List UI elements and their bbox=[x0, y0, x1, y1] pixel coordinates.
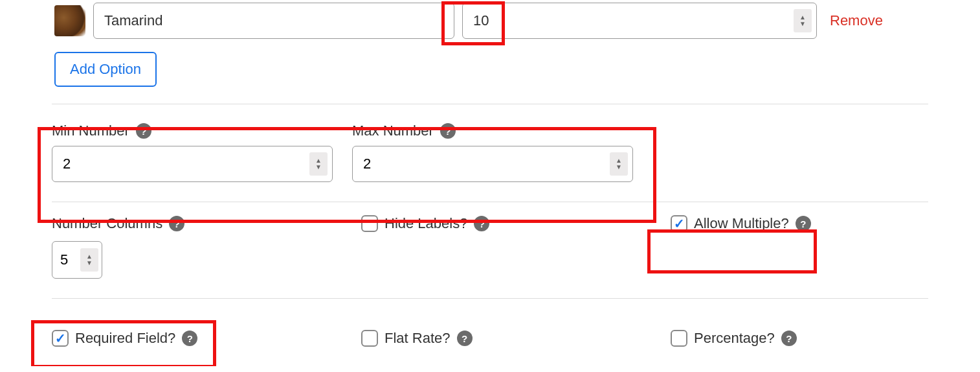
checkbox-icon bbox=[671, 330, 687, 347]
percentage-label: Percentage? bbox=[694, 330, 775, 347]
checkbox-icon bbox=[52, 330, 69, 347]
allow-multiple-label: Allow Multiple? bbox=[694, 215, 789, 232]
stepper-icon[interactable]: ▲▼ bbox=[309, 152, 328, 176]
checkbox-icon bbox=[671, 215, 687, 232]
help-icon[interactable]: ? bbox=[169, 216, 184, 231]
checkbox-icon bbox=[361, 330, 378, 347]
required-field-checkbox[interactable]: Required Field? ? bbox=[52, 330, 361, 347]
option-thumbnail[interactable] bbox=[54, 5, 85, 36]
flat-rate-label: Flat Rate? bbox=[384, 330, 451, 347]
min-number-label: Min Number bbox=[52, 122, 129, 139]
help-icon[interactable]: ? bbox=[781, 331, 797, 346]
max-number-label: Max Number bbox=[352, 122, 434, 139]
option-name-input[interactable] bbox=[93, 3, 454, 39]
stepper-icon[interactable]: ▲▼ bbox=[80, 248, 98, 272]
allow-multiple-checkbox[interactable]: Allow Multiple? ? bbox=[671, 215, 980, 232]
help-icon[interactable]: ? bbox=[182, 331, 197, 346]
required-field-label: Required Field? bbox=[75, 330, 175, 347]
flat-rate-checkbox[interactable]: Flat Rate? ? bbox=[361, 330, 671, 347]
help-icon[interactable]: ? bbox=[796, 216, 811, 231]
add-option-button[interactable]: Add Option bbox=[54, 52, 157, 87]
help-icon[interactable]: ? bbox=[457, 331, 473, 346]
remove-option-link[interactable]: Remove bbox=[830, 12, 883, 29]
checkbox-icon bbox=[361, 215, 378, 232]
hide-labels-checkbox[interactable]: Hide Labels? ? bbox=[361, 215, 671, 232]
stepper-icon[interactable]: ▲▼ bbox=[610, 152, 628, 176]
help-icon[interactable]: ? bbox=[136, 123, 151, 139]
hide-labels-label: Hide Labels? bbox=[384, 215, 467, 232]
max-number-input[interactable] bbox=[352, 146, 633, 182]
help-icon[interactable]: ? bbox=[474, 216, 489, 231]
percentage-checkbox[interactable]: Percentage? ? bbox=[671, 330, 980, 347]
help-icon[interactable]: ? bbox=[440, 123, 456, 139]
number-columns-label: Number Columns bbox=[52, 215, 162, 232]
min-number-input[interactable] bbox=[52, 146, 333, 182]
option-value-input[interactable] bbox=[462, 3, 817, 39]
stepper-icon[interactable]: ▲▼ bbox=[794, 9, 812, 32]
